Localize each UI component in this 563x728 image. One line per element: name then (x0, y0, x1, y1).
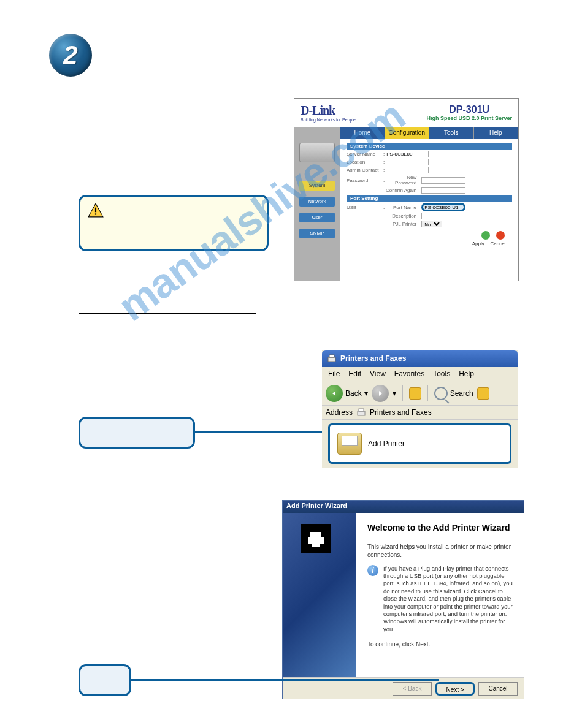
label-location: Location (347, 159, 383, 165)
address-value: Printers and Faxes (370, 408, 432, 417)
step-number: 2 (63, 40, 77, 70)
menu-file[interactable]: File (328, 370, 340, 378)
input-description[interactable] (421, 213, 465, 219)
label-admin-contact: Admin Contact (347, 167, 383, 173)
input-location[interactable] (385, 159, 429, 165)
pf-toolbar: Back ▾ ▾ Search (322, 381, 518, 406)
dlink-tagline: Building Networks for People (301, 118, 356, 122)
menu-edit[interactable]: Edit (348, 370, 361, 378)
select-pjl-printer[interactable]: No (421, 221, 442, 227)
folders-icon[interactable] (477, 387, 489, 400)
wizard-info-text: If you have a Plug and Play printer that… (383, 565, 513, 633)
sidebar-snmp[interactable]: SNMP (299, 229, 335, 238)
sidebar-user[interactable]: User (299, 213, 335, 222)
apply-label: Apply (469, 241, 488, 246)
dlink-subtitle: High Speed USB 2.0 Print Server (426, 115, 512, 121)
svg-rect-4 (358, 411, 365, 415)
search-label: Search (450, 389, 473, 398)
input-confirm-again[interactable] (421, 187, 465, 194)
menu-help[interactable]: Help (459, 370, 474, 378)
add-printer-wizard: Add Printer Wizard Welcome to the Add Pr… (282, 500, 524, 699)
dlink-config-panel: D-Link Building Networks for People DP-3… (294, 98, 519, 281)
tab-home[interactable]: Home (340, 127, 385, 139)
tab-configuration[interactable]: Configuration (385, 127, 430, 139)
address-label: Address (326, 408, 353, 417)
svg-rect-1 (95, 213, 96, 214)
section-system-device: System Device (347, 143, 512, 150)
dlink-content: System Device Server Name: Location: Adm… (340, 139, 518, 281)
label-server-name: Server Name (347, 151, 383, 157)
wizard-intro: This wizard helps you install a printer … (367, 543, 513, 559)
tab-tools[interactable]: Tools (429, 127, 474, 139)
dlink-header: D-Link Building Networks for People DP-3… (294, 99, 518, 127)
input-admin-contact[interactable] (385, 167, 429, 173)
callout-connector-1 (195, 431, 327, 433)
pf-title-text: Printers and Faxes (340, 354, 406, 363)
callout-box-next (79, 664, 131, 696)
add-printer-item[interactable]: Add Printer (328, 423, 511, 464)
svg-rect-3 (329, 355, 334, 357)
input-server-name[interactable] (385, 151, 429, 157)
back-button[interactable]: Back ▾ (326, 385, 368, 402)
forward-button[interactable] (372, 385, 389, 402)
cancel-label: Cancel (489, 241, 507, 246)
callout-box-add-printer (79, 417, 195, 449)
dlink-logo: D-Link (301, 104, 356, 118)
label-new-password: New Password (385, 175, 421, 186)
pf-titlebar: Printers and Faxes (322, 350, 518, 367)
toolbar-separator (427, 385, 428, 401)
back-arrow-icon (326, 385, 343, 402)
section-underline (79, 313, 256, 314)
menu-view[interactable]: View (370, 370, 386, 378)
dlink-tabs: Home Configuration Tools Help (340, 127, 518, 139)
forward-dropdown-icon: ▾ (393, 389, 396, 398)
wizard-back-button[interactable]: < Back (393, 682, 432, 696)
info-icon: i (367, 565, 378, 576)
tab-help[interactable]: Help (474, 127, 519, 139)
dlink-model-block: DP-301U High Speed USB 2.0 Print Server (426, 104, 512, 121)
pf-addressbar: Address Printers and Faxes (322, 406, 518, 420)
input-new-password[interactable] (421, 177, 465, 184)
section-port-setting: Port Setting (347, 195, 512, 202)
wizard-cancel-button[interactable]: Cancel (478, 682, 518, 696)
wizard-continue: To continue, click Next. (367, 640, 513, 648)
callout-connector-2 (131, 679, 439, 681)
pf-menu: File Edit View Favorites Tools Help (322, 367, 518, 381)
input-port-name[interactable] (421, 203, 465, 211)
menu-favorites[interactable]: Favorites (394, 370, 424, 378)
step-badge: 2 (49, 34, 92, 77)
menu-tools[interactable]: Tools (433, 370, 450, 378)
search-button[interactable]: Search (434, 387, 473, 400)
toolbar-separator (402, 385, 403, 401)
up-folder-icon[interactable] (409, 387, 421, 400)
wizard-next-button[interactable]: Next > (435, 682, 475, 696)
sidebar-system[interactable]: System (299, 181, 335, 191)
back-label: Back (345, 389, 362, 398)
back-dropdown-icon: ▾ (364, 389, 368, 398)
cancel-icon[interactable] (496, 231, 505, 240)
dlink-sidebar: System Network User SNMP (294, 139, 340, 281)
wizard-content: Welcome to the Add Printer Wizard This w… (356, 513, 524, 677)
wizard-body: Welcome to the Add Printer Wizard This w… (283, 513, 524, 677)
address-icon (356, 408, 366, 417)
wizard-printer-icon (301, 524, 331, 553)
svg-rect-5 (359, 409, 364, 411)
svg-rect-0 (95, 208, 96, 213)
apply-icon[interactable] (481, 231, 490, 240)
add-printer-label: Add Printer (368, 439, 405, 448)
svg-rect-2 (328, 357, 335, 362)
wizard-info-block: i If you have a Plug and Play printer th… (367, 565, 513, 633)
dlink-model: DP-301U (426, 104, 512, 115)
wizard-titlebar: Add Printer Wizard (283, 501, 524, 513)
label-confirm-again: Confirm Again (385, 188, 421, 193)
label-pjl-printer: PJL Printer (385, 221, 421, 227)
dlink-actions: Apply Cancel (347, 229, 512, 249)
dlink-body: System Network User SNMP System Device S… (294, 139, 518, 281)
sidebar-network[interactable]: Network (299, 197, 335, 207)
search-icon (434, 387, 448, 400)
svg-rect-7 (310, 532, 321, 537)
wizard-sidebar (283, 513, 356, 677)
label-port-name: Port Name (385, 205, 421, 210)
dlink-logo-block: D-Link Building Networks for People (301, 104, 356, 122)
add-printer-icon (337, 433, 362, 455)
